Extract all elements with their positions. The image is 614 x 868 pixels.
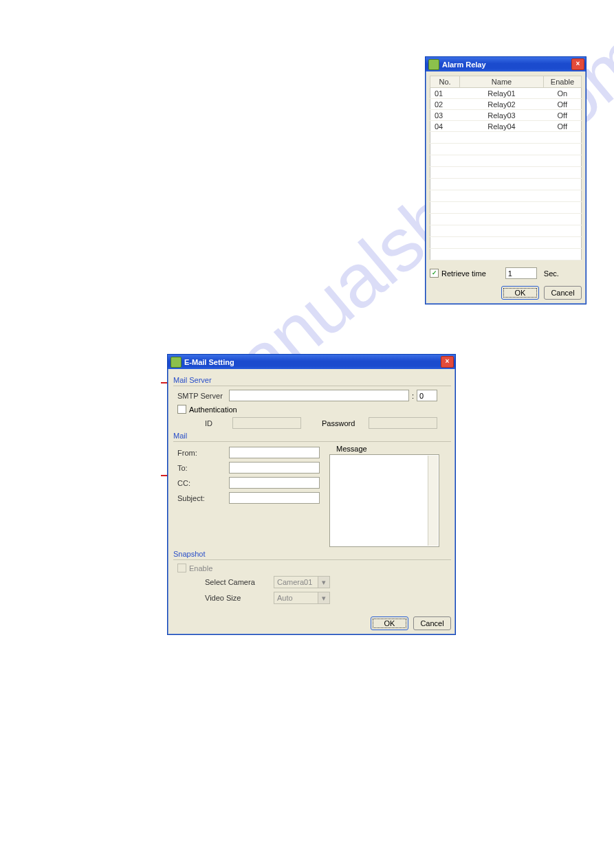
chevron-down-icon: ▾ — [318, 592, 329, 603]
id-label: ID — [205, 419, 232, 427]
retrieve-checkbox[interactable]: ✓ — [430, 269, 439, 278]
to-label: To: — [177, 464, 229, 472]
alarm-relay-window: Alarm Relay × No. Name Enable 01 Relay01… — [425, 56, 586, 304]
to-input[interactable] — [229, 462, 320, 474]
videosize-select[interactable]: Auto ▾ — [274, 592, 330, 604]
password-input[interactable] — [369, 417, 437, 429]
snapshot-enable-label: Enable — [189, 564, 212, 572]
from-label: From: — [177, 449, 229, 457]
titlebar[interactable]: Alarm Relay × — [426, 57, 586, 71]
port-separator: : — [412, 392, 414, 400]
snapshot-header: Snapshot — [173, 550, 451, 560]
retrieve-unit: Sec. — [544, 269, 559, 278]
auth-label: Authentication — [189, 405, 237, 414]
ok-button[interactable]: OK — [371, 616, 408, 630]
retrieve-label: Retrieve time — [441, 269, 486, 278]
app-icon — [171, 357, 182, 368]
table-row: 03 Relay03 Off — [430, 110, 582, 121]
subject-input[interactable] — [229, 492, 320, 504]
id-input[interactable] — [232, 417, 301, 429]
message-label: Message — [336, 445, 451, 453]
cancel-button[interactable]: Cancel — [413, 616, 451, 630]
col-no: No. — [430, 76, 460, 88]
marker-icon — [161, 382, 167, 383]
ok-button[interactable]: OK — [501, 286, 539, 300]
cancel-button[interactable]: Cancel — [544, 286, 582, 300]
camera-label: Select Camera — [205, 578, 274, 586]
camera-select-value: Camera01 — [277, 578, 312, 586]
table-row: 02 Relay02 Off — [430, 99, 582, 110]
videosize-label: Video Size — [205, 594, 274, 602]
camera-select[interactable]: Camera01 ▾ — [274, 576, 330, 588]
close-icon[interactable]: × — [571, 58, 584, 70]
table-row: 04 Relay04 Off — [430, 121, 582, 132]
smtp-input[interactable] — [229, 390, 409, 401]
message-textarea[interactable] — [329, 454, 439, 547]
snapshot-enable-checkbox[interactable] — [177, 564, 186, 572]
password-label: Password — [322, 419, 355, 427]
col-enable: Enable — [544, 76, 582, 88]
mail-header: Mail — [173, 432, 451, 442]
window-title: Alarm Relay — [442, 60, 486, 69]
table-row: 01 Relay01 On — [430, 88, 582, 99]
marker-icon — [161, 475, 167, 476]
cc-label: CC: — [177, 479, 229, 487]
cc-input[interactable] — [229, 477, 320, 489]
chevron-down-icon: ▾ — [318, 577, 329, 588]
window-title: E-Mail Setting — [184, 358, 234, 366]
col-name: Name — [460, 76, 544, 88]
port-input[interactable]: 0 — [417, 390, 437, 401]
close-icon[interactable]: × — [441, 356, 454, 368]
from-input[interactable] — [229, 447, 320, 458]
email-setting-window: E-Mail Setting × Mail Server SMTP Server… — [167, 354, 456, 635]
retrieve-input[interactable]: 1 — [505, 267, 537, 279]
app-icon — [428, 59, 439, 70]
relay-table[interactable]: No. Name Enable 01 Relay01 On 02 Relay02… — [430, 76, 582, 260]
auth-checkbox[interactable] — [177, 405, 186, 414]
smtp-label: SMTP Server — [177, 392, 229, 400]
subject-label: Subject: — [177, 494, 229, 502]
videosize-select-value: Auto — [277, 594, 293, 602]
mail-server-header: Mail Server — [173, 376, 451, 386]
titlebar[interactable]: E-Mail Setting × — [168, 355, 455, 369]
